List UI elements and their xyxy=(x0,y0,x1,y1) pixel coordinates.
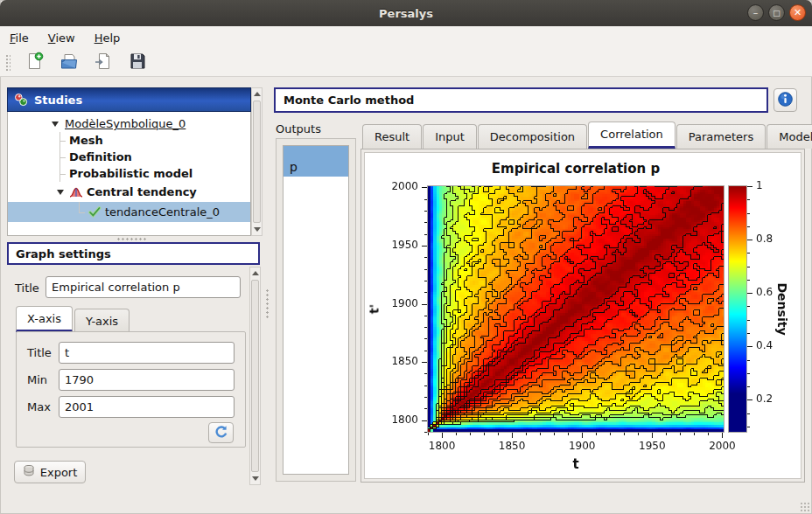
window-title: Persalys xyxy=(379,7,433,20)
chart-ylabel: t' xyxy=(368,292,382,327)
scroll-up-icon[interactable] xyxy=(250,267,260,279)
tree-guide-line xyxy=(53,132,66,149)
tab-correlation[interactable]: Correlation xyxy=(588,122,676,149)
new-document-icon xyxy=(25,52,45,74)
tab-model[interactable]: Model xyxy=(766,124,812,149)
close-icon: ✕ xyxy=(790,6,805,20)
new-study-button[interactable] xyxy=(24,52,46,74)
horizontal-splitter-handle[interactable] xyxy=(116,237,148,241)
title-bar: Persalys – □ ✕ xyxy=(0,0,812,26)
axis-tabs: X-axisY-axis xyxy=(16,306,131,332)
menu-view[interactable]: View xyxy=(48,31,75,45)
tree-item-label: ModèleSymbolique_0 xyxy=(62,117,188,130)
info-icon xyxy=(777,91,794,110)
scroll-up-icon[interactable] xyxy=(252,88,262,100)
open-study-button[interactable] xyxy=(58,52,80,74)
x-axis-settings-group: Title Min Max xyxy=(16,331,246,448)
export-button[interactable]: Export xyxy=(14,461,86,483)
maximize-button[interactable]: □ xyxy=(768,4,785,21)
studies-panel-header: Studies xyxy=(7,87,251,112)
tree-item-mesh[interactable]: Mesh xyxy=(8,132,250,149)
axis-title-label: Title xyxy=(27,346,52,359)
tab-parameters[interactable]: Parameters xyxy=(676,124,766,149)
axis-min-label: Min xyxy=(27,373,47,386)
vertical-splitter-handle[interactable] xyxy=(265,288,270,320)
toolbar xyxy=(0,49,812,77)
tree-item-label: Probabilistic model xyxy=(66,167,195,180)
refresh-axis-button[interactable] xyxy=(208,422,234,443)
export-icon xyxy=(23,464,36,480)
tree-item-label: Mesh xyxy=(66,134,106,147)
graph-title-label: Title xyxy=(15,281,39,295)
scroll-down-icon[interactable] xyxy=(252,224,262,235)
tree-guide-line xyxy=(53,165,66,182)
axis-max-input[interactable] xyxy=(59,396,234,418)
axis-max-label: Max xyxy=(27,400,51,413)
studies-icon xyxy=(12,93,29,107)
analysis-title-box: Monte Carlo method xyxy=(274,87,768,113)
outputs-label: Outputs xyxy=(276,122,321,135)
tree-item-definition[interactable]: Definition xyxy=(8,149,250,165)
tab-input[interactable]: Input xyxy=(423,124,477,149)
graph-settings-scrollbar[interactable] xyxy=(249,267,261,485)
persalys-window: { "window": { "title": "Persalys" }, "me… xyxy=(0,0,812,514)
window-resize-grip[interactable] xyxy=(800,502,810,512)
tab-decomposition[interactable]: Decomposition xyxy=(478,124,587,149)
menu-bar: FileViewHelp xyxy=(0,26,812,49)
close-button[interactable]: ✕ xyxy=(789,4,806,21)
distribution-icon xyxy=(67,186,84,198)
maximize-icon: □ xyxy=(769,6,784,20)
tab-y-axis[interactable]: Y-axis xyxy=(74,309,130,332)
info-button[interactable] xyxy=(774,88,797,112)
tree-item-label: tendanceCentrale_0 xyxy=(102,205,222,219)
scrollbar-thumb[interactable] xyxy=(253,101,261,223)
window-controls: – □ ✕ xyxy=(747,4,806,21)
check-icon xyxy=(86,206,102,218)
colorbar-label: Density xyxy=(774,283,789,336)
tree-item-label: Central tendency xyxy=(84,185,200,198)
tab-x-axis[interactable]: X-axis xyxy=(16,306,73,332)
export-button-label: Export xyxy=(40,466,78,479)
import-script-button[interactable] xyxy=(92,52,115,74)
minimize-button[interactable]: – xyxy=(747,4,764,21)
correlation-chart: Empirical correlation p t' t Density xyxy=(364,152,802,479)
result-tabs: ResultInputDecompositionCorrelationParam… xyxy=(362,122,812,149)
toolbar-drag-handle[interactable] xyxy=(4,53,10,73)
graph-settings-header: Graph settings xyxy=(7,242,260,265)
import-file-icon xyxy=(94,52,113,74)
analysis-title-label: Monte Carlo method xyxy=(284,94,414,107)
expand-arrow-icon[interactable] xyxy=(48,122,62,127)
refresh-icon xyxy=(214,425,228,441)
tree-guide-line xyxy=(73,202,86,222)
tree-item-central-tendency[interactable]: Central tendency xyxy=(8,182,250,202)
axis-title-input[interactable] xyxy=(59,342,234,364)
expand-arrow-icon[interactable] xyxy=(53,190,67,195)
graph-title-input[interactable] xyxy=(46,276,241,298)
outputs-panel: p xyxy=(276,138,356,482)
open-folder-icon xyxy=(60,52,79,74)
minimize-icon: – xyxy=(748,6,763,20)
chart-xlabel: t xyxy=(428,456,724,472)
correlation-heatmap-canvas xyxy=(365,179,802,476)
tab-result[interactable]: Result xyxy=(362,124,422,149)
menu-help[interactable]: Help xyxy=(94,31,121,45)
studies-header-label: Studies xyxy=(34,94,82,107)
tree-item-probabilistic-model[interactable]: Probabilistic model xyxy=(8,165,250,182)
scroll-down-icon[interactable] xyxy=(250,473,260,484)
tree-item-mod-lesymbolique-0[interactable]: ModèleSymbolique_0 xyxy=(8,115,250,132)
tree-guide-line xyxy=(53,149,66,165)
chart-title: Empirical correlation p xyxy=(428,161,724,177)
menu-file[interactable]: File xyxy=(10,31,29,45)
graph-settings-header-label: Graph settings xyxy=(16,247,111,260)
output-item-p[interactable]: p xyxy=(284,146,348,177)
scrollbar-thumb[interactable] xyxy=(251,280,259,472)
save-floppy-icon xyxy=(128,52,147,74)
studies-tree: ModèleSymbolique_0MeshDefinitionProbabil… xyxy=(7,112,251,236)
tree-item-tendancecentrale-0[interactable]: tendanceCentrale_0 xyxy=(8,202,250,222)
save-study-button[interactable] xyxy=(126,52,149,74)
outputs-list: p xyxy=(283,145,349,475)
axis-min-input[interactable] xyxy=(59,369,234,391)
studies-tree-scrollbar[interactable] xyxy=(251,87,262,236)
tree-item-label: Definition xyxy=(66,150,135,163)
